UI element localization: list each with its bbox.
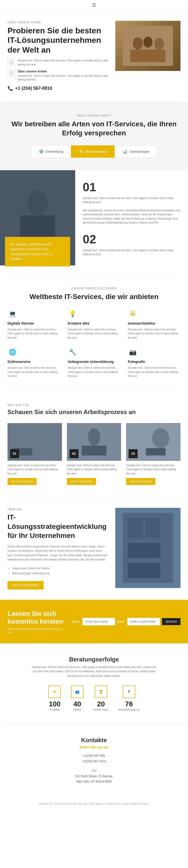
- it-image-inner: [115, 508, 181, 588]
- consult-email-label: Email: [117, 620, 124, 623]
- tab-datenanalyse[interactable]: 📊 Datenanalyse: [115, 145, 157, 158]
- hamburger-icon[interactable]: ☰: [92, 3, 96, 8]
- hero-subtitle: Über unsere Firma: [7, 21, 110, 24]
- stats-title: Beratungserfolge: [7, 656, 181, 663]
- stat-item-3: 🎖 76 Auszeichnung en: [118, 685, 139, 711]
- work-card-num-0: 01: [10, 449, 19, 458]
- stats-section: Beratungserfolge Sample text. Click to s…: [0, 643, 188, 724]
- service-icon-0: 💻: [7, 309, 18, 319]
- work-card-1: 02 Sample text. Click to select the text…: [67, 423, 121, 485]
- world-services-section: Unsere Dienstleistungen Weltbeste IT-Ser…: [0, 274, 188, 391]
- service-icon-4: 🔧: [68, 347, 78, 357]
- hero-section: Über unsere Firma Probieren Sie die best…: [0, 11, 188, 101]
- stat-icon-2: 🏆: [95, 685, 107, 698]
- it-list-item-0: Support per E-Mail und Telefon: [12, 566, 108, 571]
- service-text-3: Sample text. Click to select the text bo…: [7, 366, 60, 378]
- work-card-img-1: 02: [67, 423, 121, 461]
- work-card-btn-2[interactable]: JETZT ANRUFEN: [126, 478, 155, 485]
- hero-block2-text: Sample text. Click to select the text bo…: [18, 74, 110, 82]
- service-icon-5: 📷: [128, 347, 138, 357]
- hero-title: Probieren Sie die besten IT-Lösungsunter…: [7, 26, 110, 55]
- it-section: Über uns IT-Lösungsstrategieentwicklung …: [0, 498, 188, 599]
- stat-number-3: 76: [118, 700, 139, 708]
- work-card-text-2: Sample text. Click to select the text bo…: [126, 463, 181, 476]
- consult-section: Lassen Sie sich kostenlos beraten Click …: [0, 600, 188, 643]
- hero-block2-heading: Über unsere Arbeit: [18, 69, 110, 73]
- work-card-text-0: Sample text. Click to select the text bo…: [7, 463, 62, 476]
- hero-image-inner: [115, 21, 181, 71]
- service-text-4: Sample text. Click to select the text bo…: [68, 366, 120, 378]
- step-2-number: 02: [83, 232, 181, 246]
- tab-webmarketing[interactable]: 🖥 Web-Marketing: [71, 145, 115, 158]
- work-card-btn-0[interactable]: JETZT ANRUFEN: [7, 478, 37, 485]
- svg-rect-19: [82, 446, 106, 456]
- phone-row: 📞 +1 (234) 567-8910: [7, 86, 110, 91]
- stat-icon-1: 👥: [71, 685, 84, 698]
- phone-icon: 📞: [7, 86, 13, 91]
- about-overlay-text: Wir arbeiten mit Marken und Agenturen zu…: [10, 242, 65, 261]
- consult-email-input[interactable]: [127, 618, 160, 625]
- step-1-sample: Sample text. Click to select the text bo…: [83, 196, 181, 204]
- svg-rect-29: [115, 508, 181, 588]
- world-services-subtitle: Unsere Dienstleistungen: [7, 287, 181, 290]
- it-btn[interactable]: MEHR ERFAHREN: [7, 581, 43, 590]
- hero-block-1: Sample text. Click to select the text bo…: [7, 59, 110, 66]
- svg-rect-9: [123, 26, 173, 66]
- consult-form: Name Email SENDEN: [72, 618, 181, 625]
- footer-sample: Sample text. Click to select the text bo…: [0, 797, 188, 810]
- work-card-text-1: Sample text. Click to select the text bo…: [67, 463, 121, 476]
- service-card-0: 💻 Digitale Dienste Sample text. Click to…: [7, 309, 60, 340]
- tab-entwicklung[interactable]: ⚙️ Entwicklung: [31, 145, 71, 158]
- tab-icon-webmarketing: 🖥: [79, 149, 83, 154]
- service-card-3: 🌐 Onlineservice Sample text. Click to se…: [7, 347, 60, 378]
- service-card-2: 🏛 Innenarchitektur Sample text. Click to…: [128, 309, 181, 340]
- service-text-5: Sample text. Click to select the text bo…: [128, 366, 181, 378]
- stat-number-1: 40: [71, 700, 84, 708]
- hero-icon-1: [7, 59, 15, 66]
- work-card-img-0: 01: [7, 423, 62, 461]
- consult-name-label: Name: [72, 620, 80, 623]
- about-section: Wir arbeiten mit Marken und Agenturen zu…: [0, 170, 188, 274]
- step-1-number: 01: [83, 180, 181, 194]
- work-card-img-2: 03: [126, 423, 181, 461]
- step-1-detail: Der Hauptgrund, warum wir unser Geschäft…: [83, 208, 181, 225]
- stat-label-2: Unser Team: [94, 708, 108, 711]
- stat-label-0: Projekte: [49, 708, 61, 711]
- work-label: Was wir tun: [7, 404, 181, 407]
- consult-submit-btn[interactable]: SENDEN: [162, 618, 181, 625]
- stats-row: 📁 100 Projekte 👥 40 Clients 🏆 20 Unser T…: [7, 685, 181, 711]
- tab-icon-entwicklung: ⚙️: [39, 149, 44, 154]
- work-card-num-2: 03: [129, 449, 137, 458]
- contact-section: Kontakte Rufen Sie uns an +1(234) 567-89…: [0, 724, 188, 797]
- tabs-row: ⚙️ Entwicklung 🖥 Web-Marketing 📊 Datenan…: [7, 145, 181, 158]
- about-content: 01 Sample text. Click to select the text…: [75, 170, 188, 274]
- service-icon-3: 🌐: [7, 347, 18, 357]
- work-section: Was wir tun Schauen Sie sich unseren Arb…: [0, 391, 188, 498]
- service-title-5: Fotografie: [128, 360, 181, 364]
- stat-number-2: 20: [94, 700, 108, 708]
- stat-item-1: 👥 40 Clients: [71, 685, 84, 711]
- contact-address-label: Ort: [7, 769, 181, 772]
- hero-icon-2: [7, 69, 15, 77]
- work-grid: 01 Sample text. Click to select the text…: [7, 423, 181, 485]
- services-intro-section: Über unsere Arbeit Wir betreiben alle Ar…: [0, 101, 188, 170]
- svg-point-18: [88, 428, 100, 446]
- world-services-title: Weltbeste IT-Services, die wir anbieten: [7, 292, 181, 301]
- about-overlay: Wir arbeiten mit Marken und Agenturen zu…: [5, 237, 70, 267]
- work-card-0: 01 Sample text. Click to select the text…: [7, 423, 62, 485]
- service-text-2: Sample text. Click to select the text bo…: [128, 327, 181, 340]
- stat-icon-0: 📁: [49, 685, 61, 698]
- services-intro-title: Wir betreiben alle Arten von IT-Services…: [7, 120, 181, 138]
- work-card-btn-1[interactable]: JETZT ANRUFEN: [67, 478, 96, 485]
- tab-icon-datenanalyse: 📊: [122, 149, 127, 154]
- svg-rect-22: [146, 448, 166, 456]
- service-card-1: 💡 Kreative Idee Sample text. Click to se…: [68, 309, 120, 340]
- it-image: [115, 508, 181, 588]
- consult-name-input[interactable]: [83, 618, 115, 625]
- consult-subtitle: Click again or double click to start edi…: [7, 627, 64, 633]
- service-card-4: 🔧 Unbegrenzte Unterstützung Sample text.…: [68, 347, 120, 378]
- tab-label-webmarketing: Web-Marketing: [85, 150, 107, 153]
- stat-item-0: 📁 100 Projekte: [49, 685, 61, 711]
- top-bar: ☰: [0, 0, 188, 11]
- tab-label-entwicklung: Entwicklung: [46, 150, 63, 153]
